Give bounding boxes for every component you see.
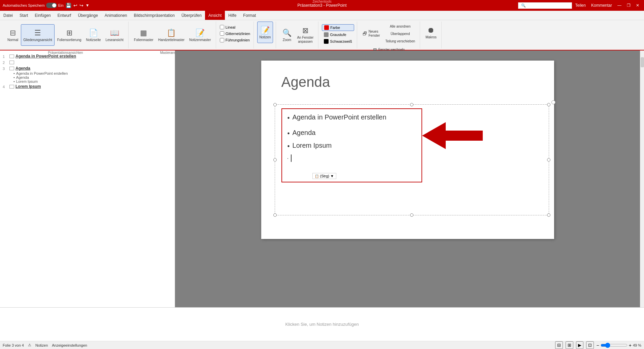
ribbon-btn-gliederung[interactable]: ☰ Gliederungsansicht (21, 24, 55, 46)
slide-bullet-text-1: Agenda in PowerPoint erstellen (293, 112, 386, 122)
handle-tr[interactable] (547, 103, 550, 106)
zoom-out-btn[interactable]: − (597, 343, 599, 348)
close-button[interactable]: ✕ (634, 2, 641, 8)
slide-textbox[interactable]: • Agenda in PowerPoint erstellen • Agend… (281, 108, 422, 182)
ribbon-btn-uberlappend[interactable]: Überlappend (383, 30, 417, 37)
ribbon-btn-notizseite[interactable]: 📄 Notizseite (84, 24, 103, 46)
view-fit-btn[interactable]: ⊡ (586, 341, 594, 349)
gliederung-label: Gliederungsansicht (23, 38, 52, 42)
outline-title-1[interactable]: Agenda in PowerPoint erstellen (15, 54, 76, 59)
anpassen-icon: ⊠ (302, 26, 308, 35)
handle-tm[interactable] (410, 103, 413, 106)
status-right: ⊟ ⊞ ▶ ⊡ − + 49 % (555, 341, 641, 349)
autosave-label: Automatisches Speichern (3, 3, 45, 7)
teilung-label: Teilung verschieben (385, 39, 415, 43)
menu-bar: Datei Start Einfügen Entwurf Übergänge A… (0, 11, 644, 20)
ribbon-btn-makros[interactable]: ⏺ Makros (423, 22, 439, 43)
menu-datei[interactable]: Datei (0, 11, 16, 20)
menu-bildschirm[interactable]: Bildschirmpräsentation (131, 11, 178, 20)
menu-hilfe[interactable]: Hilfe (225, 11, 240, 20)
outline-title-3[interactable]: Agenda (15, 66, 30, 71)
title-bar: Automatisches Speichern Ein 💾 ↩ ↪ ▼ Zeic… (0, 0, 644, 11)
handle-bm[interactable] (410, 213, 413, 217)
handle-br[interactable] (547, 213, 550, 217)
handle-tl[interactable] (273, 103, 277, 106)
notes-status-btn[interactable]: Notizen (35, 343, 48, 347)
minimize-button[interactable]: — (615, 2, 623, 8)
ribbon-btn-notizen[interactable]: 📝 Notizen (257, 22, 273, 43)
undo-icon[interactable]: ↩ (73, 3, 77, 8)
menu-uberprufen[interactable]: Überprüfen (178, 11, 205, 20)
ribbon-btn-foliensortierung[interactable]: ⊞ Foliensortierung (55, 24, 83, 46)
slide-bullet-text-2: Agenda (293, 128, 316, 137)
graustufe-label: Graustufe (330, 33, 346, 37)
display-settings-btn[interactable]: Anzeigeeinstellungen (52, 343, 87, 347)
handle-ml[interactable] (273, 158, 277, 162)
ribbon-btn-normal[interactable]: ⊟ Normal (5, 24, 20, 46)
view-normal-btn[interactable]: ⊟ (555, 341, 563, 349)
bullet-dot-3: • (287, 141, 290, 151)
handzettelmaster-icon: 📋 (167, 29, 176, 37)
search-box[interactable]: 🔍 (518, 2, 572, 9)
checkbox-lineal[interactable]: Lineal (220, 25, 250, 29)
notes-area[interactable]: Klicken Sie, um Notizen hinzuzufügen (0, 307, 644, 341)
outline-title-4[interactable]: Lorem Ipsum (15, 84, 41, 89)
checkbox-fuhrungslinien[interactable]: Führungslinien (220, 38, 250, 42)
ribbon-group-zoom: 🔍 Zoom ⊠ An Fensteranpassen Zoom (277, 22, 318, 48)
handle-bl[interactable] (273, 213, 277, 217)
share-button[interactable]: Teilen (573, 2, 588, 8)
color-btn-schwarzweiss[interactable]: Schwarzweiß (322, 38, 354, 44)
slide-error-icon: ⚠ (28, 343, 31, 347)
handle-mr[interactable] (547, 158, 550, 162)
menu-ansicht[interactable]: Ansicht (205, 11, 225, 20)
status-left: Folie 3 von 4 ⚠ Notizen Anzeigeeinstellu… (3, 343, 87, 347)
vertical-scrollbar[interactable] (640, 50, 644, 307)
save-icon[interactable]: 💾 (66, 3, 71, 8)
farbe-label: Farbe (330, 26, 340, 30)
menu-entwurf[interactable]: Entwurf (54, 11, 75, 20)
outline-item-3-container: 3 Agenda • Agenda in PowerPoint erstelle… (0, 65, 175, 83)
gitternetzlinien-checkbox[interactable] (220, 31, 224, 36)
more-icon[interactable]: ▼ (86, 3, 90, 8)
window-title: Präsentation3 - PowerPoint (297, 3, 346, 8)
zoom-in-btn[interactable]: + (629, 343, 632, 348)
paste-options-popup[interactable]: 📋 (Strg) ▼ (312, 173, 336, 179)
comment-button[interactable]: Kommentar (589, 2, 614, 8)
outline-panel: 1 Agenda in PowerPoint erstellen 2 3 Age… (0, 50, 175, 307)
zoom-range[interactable] (601, 343, 628, 348)
menu-format[interactable]: Format (240, 11, 259, 20)
lineal-checkbox[interactable] (220, 25, 224, 29)
redo-icon[interactable]: ↪ (79, 3, 83, 8)
ribbon-btn-notizenmaster[interactable]: 📝 Notizenmaster (187, 24, 213, 46)
menu-ubergange[interactable]: Übergänge (74, 11, 101, 20)
menu-einfugen[interactable]: Einfügen (31, 11, 54, 20)
ribbon-btn-teilung[interactable]: Teilung verschieben (383, 38, 417, 44)
view-grid-btn[interactable]: ⊞ (566, 341, 573, 349)
menu-start[interactable]: Start (16, 11, 31, 20)
masteransichten-buttons: ▦ Folienmaster 📋 Handzettelmaster 📝 Noti… (132, 22, 213, 48)
outline-sub-label-3-3: Lorem Ipsum (16, 79, 38, 83)
cursor-bullet-dot: • (287, 157, 289, 160)
bullet-dot-1: • (287, 113, 290, 123)
fuhrungslinien-checkbox[interactable] (220, 38, 224, 42)
restore-button[interactable]: ❐ (625, 2, 633, 8)
outline-slide-icon-4 (9, 85, 14, 89)
color-btn-farbe[interactable]: Farbe (322, 24, 354, 31)
rotation-handle[interactable] (551, 100, 555, 104)
menu-animationen[interactable]: Animationen (101, 11, 131, 20)
view-reader-btn[interactable]: ▶ (576, 341, 583, 349)
ribbon-btn-neues-fenster[interactable]: 🗗 NeuesFenster (361, 28, 382, 39)
ribbon-btn-alle-anordnen[interactable]: Alle anordnen (383, 23, 417, 30)
ribbon-btn-anpassen[interactable]: ⊠ An Fensteranpassen (295, 24, 315, 46)
zoom-level: 49 % (633, 343, 641, 347)
slide-info: Folie 3 von 4 (3, 343, 24, 347)
slide-container[interactable]: Agenda (261, 61, 554, 239)
ribbon-btn-handzettelmaster[interactable]: 📋 Handzettelmaster (156, 24, 187, 46)
scrollbar-thumb[interactable] (641, 57, 644, 67)
checkbox-gitternetzlinien[interactable]: Gitternetzlinien (220, 31, 250, 36)
color-btn-graustufe[interactable]: Graustufe (322, 32, 354, 38)
ribbon-btn-zoom[interactable]: 🔍 Zoom (279, 24, 294, 46)
autosave-toggle[interactable] (46, 3, 57, 8)
ribbon-btn-leseansicht[interactable]: 📖 Leseansicht (103, 24, 125, 46)
ribbon-btn-folienmaster[interactable]: ▦ Folienmaster (132, 24, 156, 46)
